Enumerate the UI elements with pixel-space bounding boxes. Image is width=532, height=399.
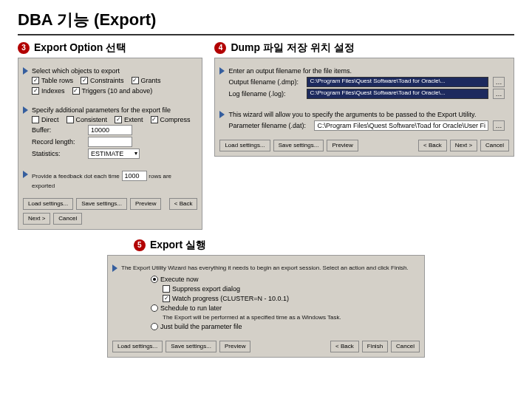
radio-build-param-file[interactable]: Just build the parameter file — [151, 323, 415, 330]
select-statistics[interactable]: ESTIMATE — [88, 149, 140, 159]
arrow-icon — [219, 111, 225, 118]
group-heading: This wizard will allow you to specify th… — [228, 111, 505, 118]
save-settings-button[interactable]: Save settings... — [273, 140, 324, 151]
page-title: DBA 기능 (Export) — [18, 9, 514, 35]
save-settings-button[interactable]: Save settings... — [76, 198, 127, 210]
browse-button[interactable]: … — [493, 120, 505, 131]
preview-button[interactable]: Preview — [327, 140, 358, 151]
arrow-icon — [219, 67, 225, 75]
save-settings-button[interactable]: Save settings... — [166, 341, 216, 352]
label-param-filename: Parameter filename (.dat): — [228, 122, 310, 129]
preview-button[interactable]: Preview — [130, 198, 161, 210]
group-heading: Enter an output filename for the file it… — [228, 67, 505, 75]
label-log-filename: Log filename (.log): — [228, 90, 302, 98]
cancel-button[interactable]: Cancel — [391, 341, 420, 352]
checkbox-suppress-dialog[interactable]: Suppress export dialog — [163, 285, 415, 293]
load-settings-button[interactable]: Load settings... — [112, 341, 163, 352]
cancel-button[interactable]: Cancel — [53, 213, 82, 225]
checkbox-table-rows[interactable]: ✓Table rows — [32, 77, 73, 84]
input-output-filename[interactable]: C:\Program Files\Quest Software\Toad for… — [307, 77, 488, 87]
checkbox-indexes[interactable]: ✓Indexes — [32, 87, 65, 95]
label-buffer: Buffer: — [32, 126, 83, 134]
load-settings-button[interactable]: Load settings... — [219, 140, 270, 151]
step-badge-5: 5 — [134, 239, 146, 251]
step-badge-4: 4 — [214, 42, 226, 54]
group-heading: Specify additional parameters for the ex… — [32, 106, 193, 114]
section-title-4: Dump 파일 저장 위치 설정 — [231, 41, 354, 55]
checkbox-extent[interactable]: ✓Extent — [115, 116, 143, 123]
checkbox-direct[interactable]: Direct — [32, 116, 59, 123]
panel-export-options: Select which objects to export ✓Table ro… — [18, 58, 202, 230]
input-param-filename[interactable]: C:\Program Files\Quest Software\Toad for… — [314, 120, 488, 131]
feedback-text-pre: Provide a feedback dot each time — [32, 173, 120, 180]
label-output-filename: Output filename (.dmp): — [228, 78, 302, 86]
back-button[interactable]: < Back — [418, 140, 447, 151]
input-buffer[interactable]: 10000 — [88, 125, 132, 135]
section-title-5: Export 실행 — [150, 239, 206, 252]
schedule-note: The Export will be performed at a specif… — [163, 314, 415, 321]
checkbox-compress[interactable]: ✓Compress — [151, 116, 191, 123]
checkbox-watch-progress[interactable]: ✓Watch progress (CLUSTER=N - 10.0.1) — [163, 295, 415, 302]
wizard-intro-text: The Export Utility Wizard has everything… — [121, 265, 415, 271]
browse-button[interactable]: … — [493, 77, 505, 87]
next-button[interactable]: Next > — [23, 213, 50, 225]
back-button[interactable]: < Back — [330, 341, 359, 352]
checkbox-triggers[interactable]: ✓Triggers (10 and above) — [72, 87, 153, 95]
checkbox-grants[interactable]: ✓Grants — [132, 77, 161, 84]
section-title-3: Export Option 선택 — [34, 41, 126, 55]
label-record-length: Record length: — [32, 138, 83, 146]
arrow-icon — [23, 106, 28, 114]
input-log-filename[interactable]: C:\Program Files\Quest Software\Toad for… — [307, 89, 488, 99]
label-statistics: Statistics: — [32, 150, 83, 157]
step-badge-3: 3 — [18, 42, 30, 54]
radio-schedule-later[interactable]: Schedule to run later — [151, 304, 415, 312]
browse-button[interactable]: … — [493, 89, 505, 99]
group-heading: Select which objects to export — [32, 67, 193, 75]
input-record-length[interactable] — [88, 137, 132, 147]
next-button[interactable]: Next > — [450, 140, 477, 151]
panel-dump-location: Enter an output filename for the file it… — [214, 58, 514, 157]
panel-export-run: The Export Utility Wizard has everything… — [107, 255, 425, 358]
preview-button[interactable]: Preview — [219, 341, 250, 352]
checkbox-constraints[interactable]: ✓Constraints — [81, 77, 124, 84]
load-settings-button[interactable]: Load settings... — [23, 198, 73, 210]
arrow-icon — [112, 265, 117, 272]
checkbox-consistent[interactable]: Consistent — [66, 116, 108, 123]
finish-button[interactable]: Finish — [362, 341, 388, 352]
radio-execute-now[interactable]: Execute now — [151, 276, 415, 283]
arrow-icon — [23, 67, 28, 75]
back-button[interactable]: < Back — [169, 198, 198, 210]
arrow-icon — [23, 171, 28, 178]
cancel-button[interactable]: Cancel — [480, 140, 509, 151]
input-feedback-rows[interactable]: 1000 — [122, 171, 147, 181]
